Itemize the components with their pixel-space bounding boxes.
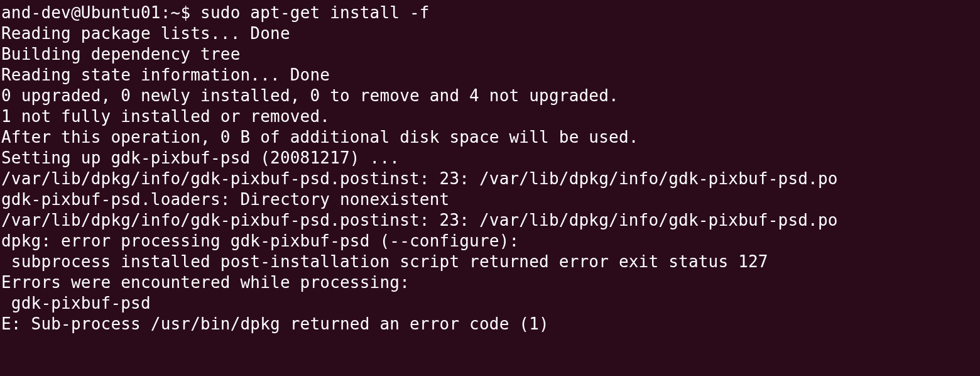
prompt-user-host: and-dev@Ubuntu01: [1, 3, 161, 22]
terminal[interactable]: and-dev@Ubuntu01:~$ sudo apt-get install…: [0, 0, 980, 335]
output-line: After this operation, 0 B of additional …: [1, 128, 639, 147]
output-line: Reading package lists... Done: [1, 24, 290, 43]
prompt-separator: :: [161, 3, 171, 22]
output-line: /var/lib/dpkg/info/gdk-pixbuf-psd.postin…: [1, 211, 838, 229]
prompt-dollar: $: [180, 3, 190, 22]
output-line: Setting up gdk-pixbuf-psd (20081217) ...: [1, 148, 400, 167]
output-line: Building dependency tree: [1, 45, 240, 64]
output-line: E: Sub-process /usr/bin/dpkg returned an…: [1, 314, 549, 333]
output-line: dpkg: error processing gdk-pixbuf-psd (-…: [1, 231, 519, 250]
output-line: 0 upgraded, 0 newly installed, 0 to remo…: [1, 86, 619, 105]
output-line: Reading state information... Done: [1, 65, 330, 84]
output-line: gdk-pixbuf-psd: [1, 294, 151, 312]
command-text: sudo apt-get install -f: [200, 3, 430, 22]
output-line: 1 not fully installed or removed.: [1, 107, 330, 126]
output-line: gdk-pixbuf-psd.loaders: Directory nonexi…: [1, 190, 449, 209]
output-line: /var/lib/dpkg/info/gdk-pixbuf-psd.postin…: [1, 169, 838, 188]
prompt-path: ~: [171, 3, 181, 22]
output-line: Errors were encountered while processing…: [1, 273, 410, 292]
output-line: subprocess installed post-installation s…: [1, 252, 768, 271]
